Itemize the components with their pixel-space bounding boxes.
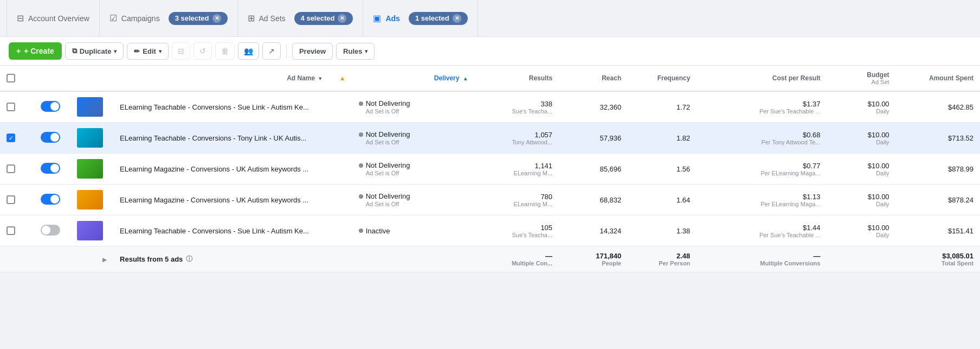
nav-account-overview[interactable]: ⊟ Account Overview [7, 0, 100, 36]
row-frequency-cell: 1.82 [628, 123, 697, 154]
delivery-status: Not Delivering [359, 99, 468, 107]
preview-button[interactable]: Preview [292, 43, 333, 60]
delete-button[interactable]: 🗑 [215, 42, 235, 60]
row-ad-name[interactable]: ELearning Teachable - Conversions - Sue … [120, 227, 309, 235]
row-toggle-cell [31, 154, 70, 185]
select-all-checkbox[interactable] [7, 74, 15, 83]
row-ad-name[interactable]: ELearning Magazine - Conversions - UK Au… [120, 165, 308, 173]
row-budget-sub: Daily [833, 201, 889, 207]
row-budget-sub: Daily [833, 108, 889, 115]
ad-sets-clear-button[interactable]: ✕ [338, 14, 346, 23]
summary-info-icon[interactable]: ⓘ [186, 255, 192, 264]
summary-reach-sub: People [565, 260, 621, 266]
row-ad-name[interactable]: ELearning Teachable - Conversions - Sue … [120, 103, 309, 111]
row-cpr-value: $1.37 [803, 100, 821, 108]
row-budget-cell: $10.00 Daily [827, 123, 895, 154]
row-toggle[interactable] [41, 101, 60, 112]
row-name-cell: ELearning Teachable - Conversions - Sue … [113, 91, 328, 123]
cpr-header-label: Cost per Result [772, 74, 821, 82]
account-overview-label: Account Overview [28, 14, 89, 23]
row-reach-value: 68,832 [599, 196, 621, 204]
nav-ad-sets[interactable]: ⊞ Ad Sets 4 selected ✕ [238, 0, 364, 36]
export-button[interactable]: ↗ [262, 42, 281, 60]
row-checkbox[interactable]: ✓ [7, 134, 15, 142]
row-checkbox[interactable] [7, 195, 15, 204]
campaigns-clear-button[interactable]: ✕ [212, 14, 221, 23]
row-delivery: Inactive [359, 227, 468, 235]
row-frequency-value: 1.56 [676, 165, 690, 173]
row-results-sub: Tony Attwood... [481, 139, 552, 145]
row-thumbnail [77, 128, 103, 148]
row-checkbox[interactable] [7, 164, 15, 173]
amount-spent-header-label: Amount Spent [929, 74, 973, 82]
row-cpr-cell: $1.37 Per Sue's Teachable ... [697, 91, 827, 123]
delivery-status-text: Inactive [366, 227, 390, 235]
header-reach[interactable]: Reach [559, 66, 628, 91]
edit-dropdown-icon: ▾ [159, 48, 162, 54]
table-row: ELearning Magazine - Conversions - UK Au… [0, 185, 980, 215]
frequency-header-label: Frequency [657, 74, 691, 82]
row-budget-cell: $10.00 Daily [827, 91, 895, 123]
row-budget-value: $10.00 [868, 224, 889, 232]
copy-button[interactable]: ⊟ [172, 42, 190, 60]
summary-thumb: ▶ [70, 246, 113, 272]
campaigns-selected-badge[interactable]: 3 selected ✕ [169, 12, 228, 25]
header-amount-spent[interactable]: Amount Spent [896, 66, 980, 91]
header-cpr[interactable]: Cost per Result [697, 66, 827, 91]
row-delivery-cell: Inactive [352, 215, 475, 246]
row-toggle[interactable] [41, 225, 60, 236]
audience-button[interactable]: 👥 [238, 42, 259, 60]
row-delivery: Not Delivering Ad Set is Off [359, 161, 468, 176]
row-results-value: 1,141 [535, 162, 553, 170]
header-ad-name[interactable]: Ad Name ▾ [113, 66, 328, 91]
row-toggle[interactable] [41, 132, 60, 143]
delivery-sub-text: Ad Set is Off [366, 170, 468, 176]
header-frequency[interactable]: Frequency [628, 66, 697, 91]
summary-amount-value: $3,085.01 [942, 252, 973, 260]
row-frequency-value: 1.64 [676, 196, 690, 204]
row-checkbox[interactable] [7, 103, 15, 111]
row-toggle[interactable] [41, 194, 60, 205]
duplicate-button[interactable]: ⧉ Duplicate ▾ [65, 42, 124, 60]
create-button[interactable]: + + Create [9, 42, 62, 60]
row-results-value: 1,057 [535, 131, 553, 139]
ads-clear-button[interactable]: ✕ [453, 14, 461, 23]
ad-sets-icon: ⊞ [248, 13, 255, 23]
edit-icon: ✏ [134, 47, 140, 55]
ad-sets-label: Ad Sets [259, 14, 286, 23]
table-body: ELearning Teachable - Conversions - Sue … [0, 91, 980, 272]
expand-icon[interactable]: ▶ [102, 257, 107, 263]
row-ad-name[interactable]: ELearning Teachable - Conversions - Tony… [120, 134, 306, 142]
row-frequency-cell: 1.64 [628, 185, 697, 215]
row-results-value: 780 [540, 193, 552, 201]
rules-button[interactable]: Rules ▾ [336, 43, 375, 60]
header-delivery[interactable]: Delivery ▲ [352, 66, 475, 91]
refresh-button[interactable]: ↺ [194, 42, 212, 60]
row-delivery-cell: Not Delivering Ad Set is Off [352, 154, 475, 185]
row-budget-value: $10.00 [868, 131, 889, 139]
nav-ads[interactable]: ▣ Ads 1 selected ✕ [363, 0, 478, 36]
ad-sets-selected-badge[interactable]: 4 selected ✕ [294, 12, 353, 25]
ads-selected-badge[interactable]: 1 selected ✕ [409, 12, 468, 25]
row-results-cell: 105 Sue's Teacha... [475, 215, 559, 246]
row-ad-name[interactable]: ELearning Magazine - Conversions - UK Au… [120, 196, 308, 204]
reach-header-label: Reach [602, 74, 621, 82]
row-toggle[interactable] [41, 163, 60, 174]
preview-label: Preview [299, 47, 326, 55]
row-check-cell [0, 91, 31, 123]
nav-campaigns[interactable]: ☑ Campaigns 3 selected ✕ [100, 0, 238, 36]
edit-button[interactable]: ✏ Edit ▾ [127, 43, 169, 60]
row-thumbnail [77, 221, 103, 240]
summary-amount: $3,085.01 Total Spent [896, 246, 980, 272]
row-reach-cell: 57,936 [559, 123, 628, 154]
row-warn-cell [328, 215, 352, 246]
header-results[interactable]: Results [475, 66, 559, 91]
row-frequency-cell: 1.72 [628, 91, 697, 123]
row-reach-cell: 85,696 [559, 154, 628, 185]
row-results-cell: 780 ELearning M... [475, 185, 559, 215]
row-checkbox[interactable] [7, 226, 15, 235]
header-budget[interactable]: Budget Ad Set [827, 66, 895, 91]
row-results-sub: Sue's Teacha... [481, 232, 552, 238]
delivery-status-text: Not Delivering [366, 161, 410, 169]
row-results-value: 338 [540, 100, 552, 108]
